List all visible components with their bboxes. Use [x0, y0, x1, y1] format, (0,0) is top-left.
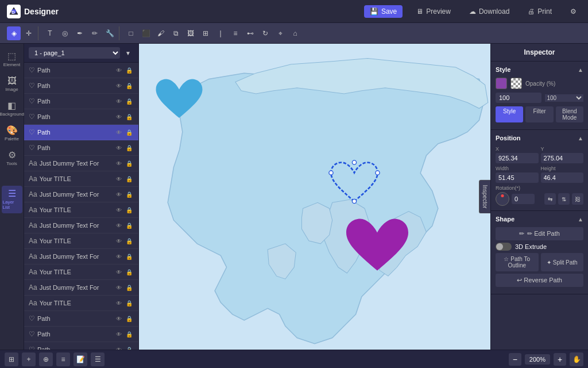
zoom-in-button[interactable]: +	[554, 353, 566, 366]
layer-lock-button[interactable]: 🔒	[125, 81, 134, 90]
heart-selected[interactable]	[328, 159, 380, 208]
layer-item[interactable]: Aa Your TITLE 👁 🔒	[24, 233, 138, 249]
image-tool[interactable]: 🖼	[184, 26, 198, 40]
copy-page-button[interactable]: ⊕	[39, 352, 53, 366]
fill-color-swatch[interactable]	[496, 78, 507, 89]
layer-lock-button[interactable]: 🔒	[125, 205, 134, 214]
layer-item[interactable]: ♡ Path 👁 🔒	[24, 78, 138, 94]
select-tool-button[interactable]: ◈	[7, 26, 21, 40]
layer-visibility-button[interactable]: 👁	[114, 283, 123, 292]
opacity-dropdown[interactable]: 100	[545, 94, 584, 102]
layer-visibility-button[interactable]: 👁	[114, 345, 123, 350]
layer-lock-button[interactable]: 🔒	[125, 236, 134, 246]
extrude-toggle[interactable]	[496, 243, 512, 251]
layer-lock-button[interactable]: 🔒	[125, 283, 134, 292]
layer-visibility-button[interactable]: 👁	[114, 252, 123, 261]
layer-item[interactable]: Aa Just Dummy Text For 👁 🔒	[24, 280, 138, 296]
style-tab-filter[interactable]: Filter	[525, 106, 553, 122]
layer-visibility-button[interactable]: 👁	[114, 329, 123, 339]
zoom-out-button[interactable]: −	[509, 353, 521, 366]
layer-item[interactable]: ♡ Path 👁 🔒	[24, 140, 138, 156]
layer-lock-button[interactable]: 🔒	[125, 267, 134, 277]
flip-h-button[interactable]: ⇆	[544, 193, 556, 205]
save-button[interactable]: 💾 Save	[364, 5, 403, 18]
path-tool[interactable]: ⌂	[288, 26, 302, 40]
grid-tool[interactable]: ⊞	[199, 26, 212, 40]
layer-visibility-button[interactable]: 👁	[114, 128, 123, 137]
heart-purple[interactable]	[343, 213, 412, 279]
layer-item[interactable]: Aa Your TITLE 👁 🔒	[24, 202, 138, 218]
layer-lock-button[interactable]: 🔒	[125, 174, 134, 183]
layer-visibility-button[interactable]: 👁	[114, 81, 123, 90]
shape-collapse-btn[interactable]: ▲	[578, 216, 583, 223]
edit-path-button[interactable]: ✏ ✏ Edit Path	[496, 227, 583, 240]
layer-item[interactable]: Aa Just Dummy Text For 👁 🔒	[24, 249, 138, 264]
add-page-button[interactable]: +	[22, 352, 36, 366]
stroke-color-swatch[interactable]	[510, 78, 522, 89]
inspector-tab[interactable]: Inspector	[479, 179, 490, 213]
move-tool-button[interactable]: ✛	[22, 26, 36, 40]
layer-lock-button[interactable]: 🔒	[125, 329, 134, 339]
layer-item[interactable]: ♡ Path 👁 🔒	[24, 63, 138, 78]
sidebar-item-background[interactable]: ◧ Background	[2, 98, 22, 120]
layer-visibility-button[interactable]: 👁	[114, 221, 123, 230]
layer-lock-button[interactable]: 🔒	[125, 298, 134, 308]
layer-visibility-button[interactable]: 👁	[114, 314, 123, 323]
layer-item[interactable]: ♡ Path 👁 🔒	[24, 342, 138, 350]
layer-visibility-button[interactable]: 👁	[114, 267, 123, 277]
hand-tool-button[interactable]: ✋	[570, 352, 583, 366]
lock-ratio-button[interactable]: ⛓	[572, 193, 583, 205]
layer-lock-button[interactable]: 🔒	[125, 66, 134, 75]
y-input[interactable]	[541, 153, 584, 163]
layer-lock-button[interactable]: 🔒	[125, 97, 134, 106]
path-to-outline-button[interactable]: ☆ Path To Outline	[496, 253, 539, 271]
layer-lock-button[interactable]: 🔒	[125, 314, 134, 323]
layer-visibility-button[interactable]: 👁	[114, 174, 123, 183]
layer-item[interactable]: Aa Just Dummy Text For 👁 🔒	[24, 156, 138, 171]
layer-item[interactable]: ♡ Path 👁 🔒	[24, 327, 138, 342]
layer-visibility-button[interactable]: 👁	[114, 190, 123, 199]
layout-button[interactable]: ☰	[91, 352, 105, 366]
layer-visibility-button[interactable]: 👁	[114, 66, 123, 75]
layer-lock-button[interactable]: 🔒	[125, 112, 134, 121]
grid-toggle-button[interactable]: ⊞	[5, 352, 18, 366]
layer-visibility-button[interactable]: 👁	[114, 298, 123, 308]
download-button[interactable]: ☁ Download	[465, 5, 514, 18]
width-input[interactable]	[496, 172, 539, 183]
rotation-dial[interactable]	[496, 192, 509, 206]
layer-visibility-button[interactable]: 👁	[114, 205, 123, 214]
canvas-area[interactable]: Inspector	[139, 44, 490, 350]
settings-button[interactable]: ⚙	[566, 5, 581, 18]
layer-visibility-button[interactable]: 👁	[114, 236, 123, 246]
preview-button[interactable]: 🖥 Preview	[412, 5, 455, 18]
flip-v-button[interactable]: ⇅	[558, 193, 570, 205]
rotation-input[interactable]	[512, 194, 535, 204]
paint-tool[interactable]: 🖌	[154, 26, 168, 40]
style-tab-blend[interactable]: Blend Mode	[556, 106, 583, 122]
layer-item[interactable]: ♡ Path 👁 🔒	[24, 94, 138, 109]
sidebar-item-image[interactable]: 🖼 Image	[2, 73, 22, 95]
transform-tool[interactable]: ↻	[258, 26, 272, 40]
x-input[interactable]	[496, 153, 539, 163]
sidebar-item-element[interactable]: ⬚ Element	[2, 48, 22, 71]
align-tool[interactable]: ≡	[229, 26, 242, 40]
layer-visibility-button[interactable]: 👁	[114, 143, 123, 152]
rect-tool[interactable]: □	[124, 26, 138, 40]
layer-add-button[interactable]: ▼	[122, 47, 134, 59]
style-tab-style[interactable]: Style	[496, 106, 523, 122]
layer-item[interactable]: ♡ Path 👁 🔒	[24, 109, 138, 125]
tools-tool-button[interactable]: 🔧	[103, 26, 117, 40]
layer-item[interactable]: Aa Your TITLE 👁 🔒	[24, 264, 138, 280]
heart-blue[interactable]	[153, 75, 205, 124]
layer-item[interactable]: Aa Your TITLE 👁 🔒	[24, 171, 138, 187]
layer-lock-button[interactable]: 🔒	[125, 190, 134, 199]
layer-item[interactable]: ♡ Path 👁 🔒	[24, 125, 138, 140]
layer-lock-button[interactable]: 🔒	[125, 345, 134, 350]
fill-tool[interactable]: ⬛	[139, 26, 153, 40]
layer-visibility-button[interactable]: 👁	[114, 112, 123, 121]
layer-visibility-button[interactable]: 👁	[114, 97, 123, 106]
pen-tool-button[interactable]: ✒	[73, 26, 87, 40]
layer-lock-button[interactable]: 🔒	[125, 252, 134, 261]
separator-tool[interactable]: |	[214, 26, 227, 40]
sidebar-item-layer-list[interactable]: ☰ Layer List	[2, 186, 22, 213]
